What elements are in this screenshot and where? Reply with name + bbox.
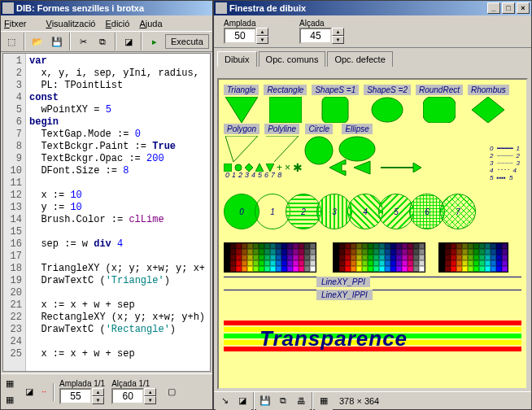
label-triangle: Triangle (224, 85, 259, 95)
status-save-icon[interactable]: 💾 (256, 392, 274, 410)
svg-rect-2 (322, 97, 348, 123)
code-content[interactable]: var x, y, i, sep, yIni, radius, PL: TPoi… (26, 54, 208, 371)
svg-rect-4 (423, 97, 456, 123)
tab-comuns[interactable]: Opc. comuns (259, 51, 326, 67)
toolbar-btn-1[interactable]: ⬚ (2, 33, 20, 50)
svg-point-10 (235, 164, 242, 171)
status-print-icon[interactable]: 🖶 (292, 392, 310, 410)
label-rectangle: Rectangle (264, 85, 307, 95)
label-linexy-ppi: LineXY_PPI (316, 277, 370, 287)
tab-dibuix[interactable]: Dibuix (217, 51, 257, 67)
amplada-label: Amplada 1/1 (59, 379, 105, 388)
cut-icon[interactable]: ✂ (74, 33, 92, 50)
draw-amplada-up[interactable]: ▲ (256, 28, 268, 36)
draw-alcada-down[interactable]: ▼ (332, 36, 344, 44)
color-palette-1 (224, 242, 316, 273)
svg-rect-1 (269, 97, 302, 123)
status-copy-icon[interactable]: ⧉ (274, 392, 292, 410)
label-roundrect: RoundRect (416, 85, 463, 95)
bottom-icon-2[interactable]: ▦ (2, 393, 17, 408)
copy-icon[interactable]: ⧉ (94, 33, 111, 50)
minimize-button[interactable]: _ (487, 2, 500, 14)
drawing-size-inputs: Amplada ▲▼ Alçada ▲▼ (214, 15, 531, 48)
editor-title: DIB: Formes senzilles i brotxa (16, 3, 144, 13)
bottom-icon-1[interactable]: ▦ (2, 377, 17, 391)
transparence-text: Transparence (259, 326, 408, 351)
run-icon[interactable]: ▸ (146, 33, 164, 50)
svg-point-8 (339, 137, 375, 161)
draw-alcada-input[interactable] (299, 28, 332, 44)
alcada-input[interactable] (111, 388, 144, 404)
menu-help[interactable]: Ajuda (139, 19, 162, 28)
svg-marker-17 (413, 163, 421, 172)
amplada-down[interactable]: ▼ (92, 396, 104, 404)
label-linexy-ippi: LineXY_IPPI (316, 290, 373, 300)
bottom-erase-icon[interactable]: ◪ (22, 385, 37, 399)
alcada-up[interactable]: ▲ (144, 388, 156, 396)
alcada-label: Alçada 1/1 (111, 379, 156, 388)
menu-file[interactable]: Fitxer (4, 19, 37, 28)
drawing-app-icon (216, 2, 227, 14)
maximize-button[interactable]: □ (502, 2, 515, 14)
drawing-canvas-wrap[interactable]: Triangle Rectangle ShapeS =1 ShapeS =2 R… (217, 78, 528, 390)
drawing-title: Finestra de dibuix (229, 3, 306, 13)
svg-marker-15 (354, 161, 370, 174)
label-polyline: Polyline (264, 124, 299, 134)
drawing-tabs: Dibuix Opc. comuns Opc. defecte (214, 48, 531, 67)
save-icon[interactable]: 💾 (48, 33, 66, 50)
drawing-window: Finestra de dibuix _ □ × Amplada ▲▼ Alça… (213, 0, 532, 410)
amplada-input[interactable] (59, 388, 92, 404)
editor-window: DIB: Formes senzilles i brotxa Fitxer Vi… (0, 0, 213, 410)
code-editor[interactable]: 1234567891011121314151617181920212223242… (2, 53, 211, 372)
overlapping-circles: 0 1 2 3 4 5 6 7 (224, 194, 471, 229)
status-erase-icon[interactable]: ◪ (233, 392, 251, 410)
tab-defecte[interactable]: Opc. defecte (327, 51, 392, 67)
label-polygon: Polygon (224, 124, 259, 134)
label-ellipse: Ellipse (342, 124, 372, 134)
editor-bottom-bar: ▦ ▦ ◪ ↔ Amplada 1/1 ▲▼ Alçada 1/1 ▲▼ ▢ (1, 373, 212, 409)
editor-titlebar[interactable]: DIB: Formes senzilles i brotxa (1, 1, 212, 15)
erase-icon[interactable]: ◪ (120, 33, 137, 50)
small-shape-numbers: 012345678 (225, 171, 281, 179)
svg-marker-0 (225, 97, 258, 123)
label-circle: Circle (305, 124, 333, 134)
dash-legend: 0 ━━━━ 1 2 ╌╌╌╌ 2 3 ┄┄┄┄ 3 4 ････ 4 5 ▪▪… (490, 145, 520, 181)
amplada-up[interactable]: ▲ (92, 388, 104, 396)
bottom-icon-3[interactable]: ▢ (164, 385, 179, 399)
color-palette-2 (333, 242, 425, 273)
draw-amplada-input[interactable] (224, 28, 256, 44)
execute-button[interactable]: Executa (165, 34, 209, 49)
label-rhombus: Rhombus (468, 85, 509, 95)
draw-alcada-label: Alçada (299, 19, 344, 28)
menu-edit[interactable]: Edició (105, 19, 129, 28)
canvas-dimensions: 378 × 364 (339, 396, 379, 406)
svg-marker-5 (472, 97, 504, 123)
app-icon (2, 2, 14, 14)
open-icon[interactable]: 📂 (28, 33, 46, 50)
svg-marker-6 (225, 136, 258, 162)
status-icon-2[interactable]: ▦ (315, 392, 333, 410)
draw-alcada-up[interactable]: ▲ (332, 28, 344, 36)
status-icon-1[interactable]: ↘ (216, 392, 233, 410)
drawing-titlebar[interactable]: Finestra de dibuix _ □ × (214, 1, 531, 15)
label-shapes2: ShapeS =2 (364, 85, 411, 95)
alcada-down[interactable]: ▼ (144, 396, 156, 404)
svg-marker-14 (329, 159, 346, 176)
color-palette-3 (438, 242, 508, 273)
bottom-width-icon[interactable]: ↔ (37, 385, 51, 399)
drawing-canvas: Triangle Rectangle ShapeS =1 ShapeS =2 R… (219, 80, 526, 376)
line-gutter: 1234567891011121314151617181920212223242… (3, 54, 26, 371)
menu-view[interactable]: Visualització (46, 19, 96, 28)
editor-menubar: Fitxer Visualització Edició Ajuda (1, 15, 212, 31)
editor-toolbar: ⬚ 📂 💾 ✂ ⧉ ◪ ▸ Executa (1, 31, 212, 52)
label-shapes1: ShapeS =1 (312, 85, 359, 95)
draw-amplada-down[interactable]: ▼ (256, 36, 268, 44)
close-button[interactable]: × (517, 2, 530, 14)
drawing-statusbar: ↘ ◪ 💾 ⧉ 🖶 ▦ 378 × 364 (214, 391, 531, 409)
draw-amplada-label: Amplada (224, 19, 268, 28)
svg-point-3 (372, 98, 403, 122)
